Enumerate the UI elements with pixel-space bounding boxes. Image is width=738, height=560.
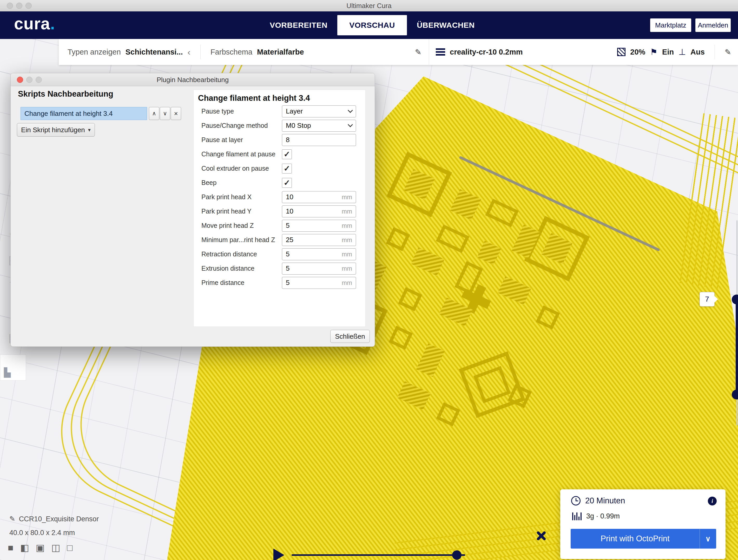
field-input[interactable]: 5mm	[282, 262, 356, 274]
dialog-field-row: Beep✓	[194, 175, 365, 190]
field-input[interactable]: 10mm	[282, 205, 356, 217]
tab-vorschau[interactable]: VORSCHAU	[337, 15, 407, 35]
field-label: Pause at layer	[194, 136, 282, 144]
view-toolbar: Typen anzeigen Schichtenansi... ‹ Farbsc…	[59, 39, 738, 65]
field-unit: mm	[342, 208, 352, 215]
dialog-title: Plugin Nachbearbeitung	[11, 73, 375, 86]
field-label: Pause type	[194, 107, 282, 115]
select-caret-icon	[348, 107, 353, 113]
field-unit: mm	[342, 265, 352, 272]
field-checkbox[interactable]: ✓	[282, 164, 292, 173]
clock-icon	[571, 496, 581, 505]
dialog-field-row: Move print head Z5mm	[194, 218, 365, 233]
caret-down-icon: ▾	[88, 127, 91, 133]
dialog-field-row: Retraction distance5mm	[194, 247, 365, 261]
window-title: Ultimaker Cura	[0, 0, 738, 11]
script-remove-button[interactable]: ×	[171, 107, 181, 120]
field-label: Prime distance	[194, 279, 282, 287]
adjust-tools-icon[interactable]	[535, 529, 548, 542]
add-script-button[interactable]: Ein Skript hinzufügen ▾	[17, 123, 95, 137]
print-options-chevron-icon[interactable]: ∨	[700, 529, 716, 549]
field-label: Extrusion distance	[194, 265, 282, 272]
macos-titlebar: Ultimaker Cura	[0, 0, 738, 11]
playback-slider-track[interactable]	[292, 554, 465, 556]
model-dimensions: 40.0 x 80.0 x 2.4 mm	[9, 529, 99, 537]
script-move-down-button[interactable]: ∨	[160, 107, 170, 120]
edit-pencil-icon[interactable]: ✎	[415, 48, 421, 57]
settings-heading: Change filament at height 3.4	[198, 93, 310, 103]
field-input[interactable]: 8	[282, 134, 356, 146]
dialog-field-row: Park print head Y10mm	[194, 204, 365, 218]
dialog-close-button-schliessen[interactable]: Schließen	[330, 330, 370, 343]
print-octoprint-button[interactable]: Print with OctoPrint ∨	[571, 529, 716, 549]
model-name: CCR10_Exquisite Densor	[19, 515, 99, 523]
field-unit: mm	[342, 279, 352, 287]
cura-logo: cura.	[14, 14, 55, 33]
tab-vorbereiten[interactable]: VORBEREITEN	[260, 11, 337, 39]
view-mode-icon-3[interactable]: ◫	[51, 542, 60, 553]
printer-profile[interactable]: creality-cr-10 0.2mm	[450, 48, 523, 56]
field-select[interactable]: M0 Stop	[282, 120, 356, 132]
field-unit: mm	[342, 222, 352, 229]
color-scheme-label: Farbschema	[211, 48, 252, 56]
edit-print-settings-icon[interactable]: ✎	[725, 48, 731, 57]
script-list-item-selected[interactable]: Change filament at height 3.4	[21, 107, 147, 120]
support-value: Ein	[662, 48, 674, 56]
field-unit: mm	[342, 193, 352, 201]
print-info-panel: 20 Minuten i 3g · 0.99m Print with OctoP…	[560, 489, 726, 559]
field-select[interactable]: Layer	[282, 105, 356, 117]
material-estimate: 3g · 0.99m	[586, 512, 620, 520]
model-info: ✎ CCR10_Exquisite Densor 40.0 x 80.0 x 2…	[9, 515, 99, 537]
field-input[interactable]: 5mm	[282, 248, 356, 260]
dialog-titlebar[interactable]: Plugin Nachbearbeitung	[11, 73, 375, 86]
marketplace-button[interactable]: Marktplatz	[650, 18, 691, 32]
dialog-field-row: Pause/Change methodM0 Stop	[194, 118, 365, 133]
play-button[interactable]	[273, 549, 284, 560]
field-unit: mm	[342, 236, 352, 243]
app-header: cura. VORBEREITENVORSCHAUÜBERWACHEN Mark…	[0, 11, 738, 39]
view-type-label: Typen anzeigen	[68, 48, 121, 56]
dialog-field-row: Minimum par...rint head Z25mm	[194, 233, 365, 247]
field-input[interactable]: 5mm	[282, 277, 356, 289]
view-type-dropdown[interactable]: Schichtenansi...	[125, 48, 183, 56]
dialog-field-row: Park print head X10mm	[194, 190, 365, 204]
dialog-field-row: Extrusion distance5mm	[194, 261, 365, 275]
playback-slider-knob[interactable]	[452, 550, 461, 560]
script-settings-panel: Change filament at height 3.4 Pause type…	[193, 90, 366, 327]
view-mode-icon-4[interactable]: □	[67, 542, 73, 553]
field-checkbox[interactable]: ✓	[282, 149, 292, 159]
field-input[interactable]: 5mm	[282, 220, 356, 232]
signin-button[interactable]: Anmelden	[695, 18, 731, 32]
dialog-field-row: Cool extruder on pause✓	[194, 161, 365, 175]
tab-überwachen[interactable]: ÜBERWACHEN	[407, 11, 485, 39]
rename-pencil-icon[interactable]: ✎	[9, 515, 15, 523]
steps-icon: ▙	[4, 367, 11, 378]
tool-selected-box[interactable]: ▙	[0, 355, 26, 381]
field-label: Move print head Z	[194, 222, 282, 229]
time-estimate: 20 Minuten	[585, 496, 625, 505]
infill-icon	[617, 48, 626, 56]
script-move-up-button[interactable]: ∧	[149, 107, 159, 120]
info-icon[interactable]: i	[708, 497, 717, 505]
view-mode-icon-2[interactable]: ▣	[36, 542, 45, 553]
view-mode-icons: ■◧▣◫□	[8, 542, 73, 553]
field-input[interactable]: 25mm	[282, 234, 356, 246]
field-label: Park print head X	[194, 193, 282, 201]
color-scheme-dropdown[interactable]: Materialfarbe	[257, 48, 304, 56]
print-settings-icon	[436, 48, 445, 56]
field-input[interactable]: 10mm	[282, 191, 356, 203]
adhesion-value: Aus	[690, 48, 705, 56]
field-label: Park print head Y	[194, 207, 282, 215]
view-mode-icon-1[interactable]: ◧	[20, 542, 29, 553]
layer-slider-range[interactable]	[736, 303, 738, 396]
collapse-chevron-icon[interactable]: ‹	[188, 48, 191, 56]
view-mode-icon-0[interactable]: ■	[8, 542, 14, 553]
dialog-field-row: Pause at layer8	[194, 133, 365, 147]
field-label: Change filament at pause	[194, 150, 282, 158]
material-icon	[572, 512, 582, 520]
post-processing-dialog: Plugin Nachbearbeitung Skripts Nachbearb…	[10, 73, 375, 347]
dialog-field-row: Change filament at pause✓	[194, 147, 365, 161]
field-label: Minimum par...rint head Z	[194, 236, 282, 243]
field-checkbox[interactable]: ✓	[282, 178, 292, 188]
field-unit: mm	[342, 251, 352, 258]
